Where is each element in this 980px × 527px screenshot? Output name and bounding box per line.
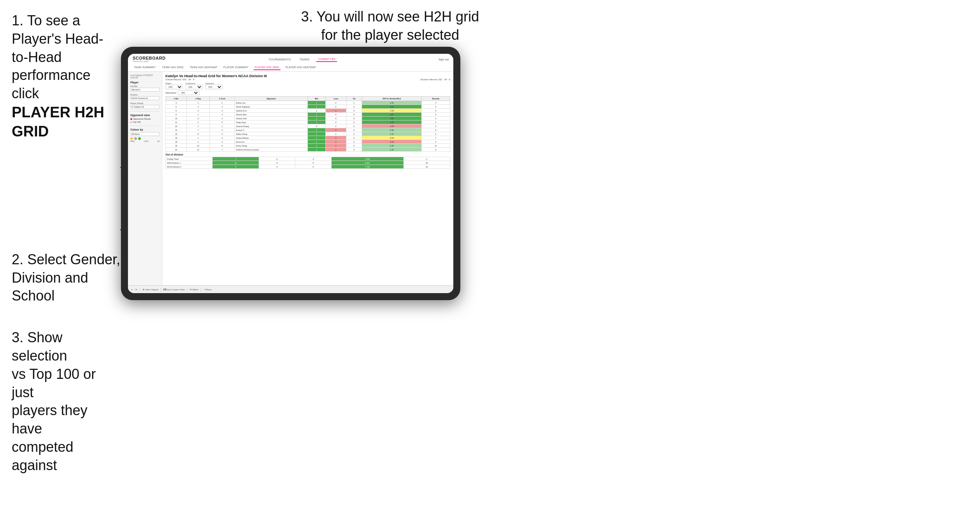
opponent-select[interactable]: (All)	[205, 85, 223, 89]
table-row: NAIA Division 1 15 0 0 9.267 30	[166, 161, 450, 165]
opponent-view-label: Opponent view	[130, 114, 160, 117]
col-conf: # Conf	[209, 97, 234, 101]
nav-teams[interactable]: TEAMS	[298, 57, 311, 62]
instruction-step3b: 3. You will now see H2H grid for the pla…	[296, 8, 484, 44]
gender-label: Gender	[130, 85, 160, 87]
sub-navbar: TEAM SUMMARY TEAM H2H GRID TEAM H2H HEAT…	[133, 64, 449, 71]
toolbar-save-custom[interactable]: 💾 Save Custom View	[163, 288, 185, 291]
col-div: # Div	[166, 97, 187, 101]
toolbar-share[interactable]: ↗ Share	[204, 288, 212, 291]
conference-select[interactable]: (All)	[185, 85, 203, 89]
tablet-screen: SCOREBOARD Powered by clippd TOURNAMENTS…	[128, 54, 453, 293]
colour-by-select[interactable]: Win/loss	[130, 132, 160, 136]
overall-record: Overall Record: 353 - 34 - 6	[165, 78, 194, 81]
sub-player-h2h[interactable]: PLAYER H2H GRID	[254, 65, 281, 70]
timestamp: Last Updated: 27/03/2024 16:55:38	[130, 74, 160, 79]
table-row: 13 1 1 Jessica Huang 0 0 0 -3.00 2	[166, 124, 450, 128]
player-rank-label: Player (Rank)	[130, 102, 160, 104]
colour-legend-labels: Down Level Up	[130, 140, 160, 142]
table-row: 16 1 3 Jessica Mason 1 2 0 -0.94 7	[166, 136, 450, 140]
instruction-step3a: 3. Show selection vs Top 100 or just pla…	[12, 329, 121, 474]
col-reg: # Reg	[186, 97, 209, 101]
colour-down	[130, 137, 133, 140]
player-rank-select[interactable]: 8. Katelyn Vo	[130, 105, 160, 109]
sub-team-heatmap[interactable]: TEAM H2H HEATMAP	[188, 65, 218, 70]
instructions-panel: 1. To see a Player's Head- to-Head perfo…	[0, 0, 133, 497]
opponent-filter: Opponent (All)	[205, 82, 223, 89]
nav-tournaments[interactable]: TOURNAMENTS	[267, 57, 293, 62]
panel-divider2	[130, 126, 160, 126]
table-row: 9 1 4 Sharon Mun 1 0 0 3.67 3	[166, 113, 450, 117]
table-row: 10 6 3 Andrea York 2 0 0 4.00 4	[166, 117, 450, 120]
sub-team-h2h[interactable]: TEAM H2H GRID	[161, 65, 185, 70]
col-loss: Loss	[325, 97, 346, 101]
toolbar-watch[interactable]: 👁 Watch	[190, 288, 198, 291]
step3a-text: 3. Show selection vs Top 100 or just pla…	[12, 329, 121, 474]
opponents-value-select[interactable]: (All)	[178, 90, 199, 95]
instruction-step2: 2. Select Gender, Division and School	[12, 251, 121, 305]
out-of-division-header: Out of division	[165, 153, 450, 156]
colour-level	[134, 137, 137, 140]
colour-legend	[130, 137, 160, 140]
logo-sub: Powered by clippd	[133, 60, 165, 62]
radio-top100[interactable]: Top 100	[130, 121, 160, 123]
toolbar-redo[interactable]: ⟳	[135, 288, 137, 291]
radio-top100-circle	[130, 121, 132, 123]
gender-field: Gender Women's	[130, 85, 160, 92]
region-select[interactable]: (All)	[165, 85, 183, 89]
nav-committee[interactable]: COMMITTEE	[316, 57, 337, 62]
filter-row: Region (All) Conference (All) Opponent	[165, 82, 450, 89]
table-row: 3 1 1 Esther Lee 1 0 1 1.50 4	[166, 101, 450, 105]
tablet: SCOREBOARD Powered by clippd TOURNAMENTS…	[121, 47, 460, 300]
main-nav: TOURNAMENTS TEAMS COMMITTEE	[267, 57, 337, 62]
player-rank-field: Player (Rank) 8. Katelyn Vo	[130, 102, 160, 109]
sign-out: Sign out	[439, 58, 449, 61]
panel-divider	[130, 111, 160, 111]
gender-select[interactable]: Women's	[130, 88, 160, 92]
col-diff: Diff Av Strokes/Rnd	[362, 97, 422, 101]
opponents-label: Opponents:	[165, 92, 176, 94]
h2h-table: # Div # Reg # Conf Opponent Win Loss Tie…	[165, 96, 450, 152]
table-row: 19 10 6 Emily Chang 4 1 0 0.30 11	[166, 144, 450, 148]
app-navbar: SCOREBOARD Powered by clippd TOURNAMENTS…	[128, 54, 453, 72]
toolbar-view-original[interactable]: 👁 View: Original	[142, 288, 158, 291]
table-row: 20 11 7 Federica Domecq Lacroze 2 1 0 1.…	[166, 148, 450, 152]
col-opponent: Opponent	[235, 97, 308, 101]
table-row: 6 3 3 Sydney Kuo 0 1 0 -1.00 3	[166, 109, 450, 113]
bottom-toolbar: ↩ ⟳ 👁 View: Original 💾 Save Custom View …	[128, 285, 453, 293]
sub-player-heatmap[interactable]: PLAYER H2H HEATMAP	[284, 65, 317, 70]
table-row: 14 7 4 Eunice Yi 2 2 0 0.38 9	[166, 128, 450, 132]
colour-up	[138, 137, 141, 140]
region-filter: Region (All)	[165, 82, 183, 89]
table-row: 15 8 5 Stella Cheng 1 0 0 1.25 4	[166, 132, 450, 136]
table-row: 11 2 5 Heejo Hyun 1 0 0 3.33 3	[166, 120, 450, 124]
division-label: Division	[130, 94, 160, 96]
radio-opponents-circle	[130, 118, 132, 120]
sub-player-summary[interactable]: PLAYER SUMMARY	[222, 65, 250, 70]
grid-title: Katelyn Vo Head-to-Head Grid for Women's…	[165, 74, 450, 78]
division-field: Division NCAA Division III	[130, 94, 160, 100]
instruction-step1: 1. To see a Player's Head- to-Head perfo…	[12, 12, 121, 141]
col-tie: Tie	[346, 97, 362, 101]
step2-text: 2. Select Gender, Division and School	[12, 251, 121, 305]
colour-by-label: Colour by	[130, 128, 160, 131]
grid-panel: Katelyn Vo Head-to-Head Grid for Women's…	[162, 72, 453, 291]
table-row: 18 2 2 Euna Lee 1 1 0 -5.00 2	[166, 140, 450, 144]
left-panel: Last Updated: 27/03/2024 16:55:38 Player…	[128, 72, 162, 291]
col-rounds: Rounds	[421, 97, 450, 101]
division-record: Division Record: 331 - 34 - 6	[421, 78, 450, 81]
sub-team-summary[interactable]: TEAM SUMMARY	[133, 65, 157, 70]
conference-filter: Conference (All)	[185, 82, 203, 89]
scoreboard-logo: SCOREBOARD Powered by clippd	[133, 56, 165, 62]
opponent-view-radios: Opponents Played Top 100	[130, 118, 160, 123]
table-row: NCAA Division 2 5 0 0 7.400 10	[166, 165, 450, 169]
table-row: Foreign Team 1 0 0 4.500 2	[166, 157, 450, 161]
division-select[interactable]: NCAA Division III	[130, 96, 160, 100]
main-content: Last Updated: 27/03/2024 16:55:38 Player…	[128, 72, 453, 291]
player-section-label: Player	[130, 81, 160, 84]
radio-opponents-played[interactable]: Opponents Played	[130, 118, 160, 120]
col-win: Win	[307, 97, 325, 101]
table-row: 5 2 2 Alexis Sudjianto 1 0 0 4.00 3	[166, 105, 450, 109]
step1-text: 1. To see a Player's Head- to-Head perfo…	[12, 12, 121, 141]
toolbar-undo[interactable]: ↩	[131, 288, 133, 291]
